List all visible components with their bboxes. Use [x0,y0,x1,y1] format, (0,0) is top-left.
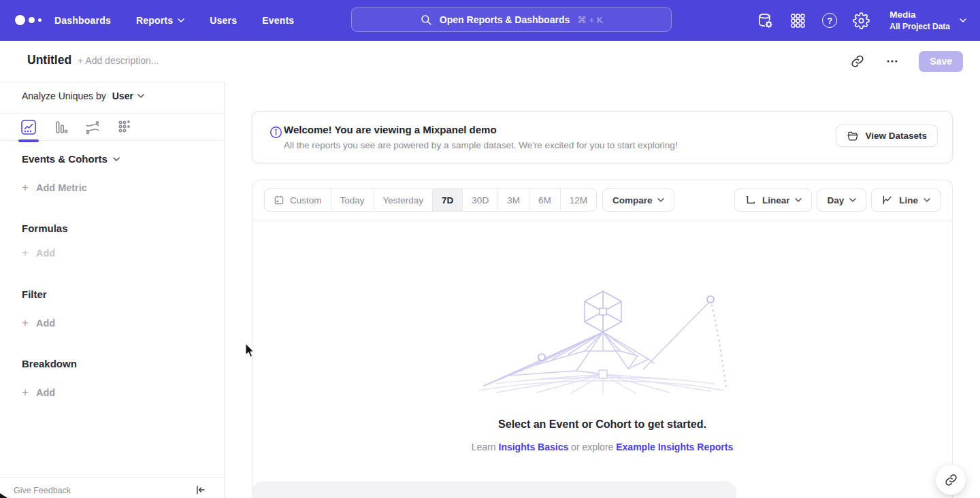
banner-title: Welcome! You are viewing a Mixpanel demo [284,124,497,135]
tab-metric-grid[interactable] [116,119,133,135]
chevron-down-icon [924,198,930,202]
save-button[interactable]: Save [919,51,963,72]
add-metric-label: Add Metric [36,182,87,193]
project-name: Media [889,9,950,21]
add-filter-button[interactable]: + Add [22,317,55,329]
empty-state-links: Learn Insights Basics or explore Example… [252,442,952,452]
learn-prefix: Learn [472,442,496,452]
line-chart-icon [881,194,894,206]
sidebar-footer-divider [0,477,225,478]
nav-reports-label: Reports [136,15,173,26]
range-custom[interactable]: Custom [265,189,331,211]
compare-label: Compare [612,195,653,205]
apps-grid-icon[interactable] [789,12,806,29]
chart-toolbar: Custom Today Yesterday 7D 30D 3M 6M 12M … [252,180,952,220]
analyze-value-dropdown[interactable]: User [112,90,144,101]
axis-scale-dropdown[interactable]: Linear [734,188,813,212]
or-explore-text: or explore [571,442,613,452]
banner-subtitle: All the reports you see are powered by a… [284,140,678,150]
nav-users[interactable]: Users [210,15,237,26]
range-today[interactable]: Today [331,189,374,211]
events-cohorts-label: Events & Cohorts [22,153,108,165]
chart-display-controls: Linear Day Line [734,188,941,212]
tab-flow-chart[interactable] [84,119,101,135]
add-metric-button[interactable]: + Add Metric [22,182,87,193]
range-yesterday[interactable]: Yesterday [374,189,434,211]
view-datasets-button[interactable]: View Datasets [836,124,938,147]
example-reports-link[interactable]: Example Insights Reports [616,442,733,452]
report-actions: Save [849,41,963,82]
axis-scale-label: Linear [762,195,790,205]
collapse-sidebar-icon[interactable] [194,484,206,496]
add-formula-label: Add [36,248,55,259]
range-7d[interactable]: 7D [433,189,463,211]
interval-label: Day [827,195,844,205]
give-feedback-link[interactable]: Give Feedback [14,486,71,495]
range-12m[interactable]: 12M [561,189,596,211]
chevron-down-icon [795,198,802,202]
range-custom-label: Custom [290,195,322,205]
report-description-input[interactable]: + Add description... [78,55,159,66]
nav-dashboards[interactable]: Dashboards [54,15,111,26]
breakdown-header: Breakdown [22,358,77,369]
chevron-down-icon [960,18,966,22]
analyze-label: Analyze Uniques by [22,90,106,101]
chevron-down-icon [849,198,856,202]
chevron-down-icon [657,198,664,202]
plus-icon: + [22,247,29,259]
insights-basics-link[interactable]: Insights Basics [499,442,569,452]
collapsed-table-panel[interactable] [252,481,736,498]
mixpanel-insights-page: Dashboards Reports Users Events Open Rep… [0,0,980,498]
copy-link-icon[interactable] [849,53,866,69]
range-3m[interactable]: 3M [498,189,529,211]
project-switcher[interactable]: Media All Project Data [889,9,966,32]
search-icon [420,14,432,26]
chart-type-label: Line [899,195,918,205]
data-management-icon[interactable] [757,12,774,29]
breakdown-label: Breakdown [22,358,77,369]
add-filter-label: Add [36,318,55,329]
analyze-value: User [112,90,133,101]
tab-insights-line-chart[interactable] [20,119,37,135]
interval-dropdown[interactable]: Day [817,188,866,212]
add-formula-button[interactable]: + Add [22,247,55,259]
empty-state-illustration [476,288,734,394]
report-title[interactable]: Untitled [27,53,71,67]
query-builder-sidebar: Analyze Uniques by User [0,82,225,498]
nav-events[interactable]: Events [262,15,294,26]
settings-gear-icon[interactable] [853,12,870,29]
help-icon[interactable]: ? [822,13,837,28]
formulas-label: Formulas [22,222,68,234]
navbar-right: ? Media All Project Data [757,0,966,41]
plus-icon: + [22,317,29,329]
range-30d[interactable]: 30D [463,189,498,211]
chevron-down-icon [178,18,184,22]
visualization-tabs [0,113,225,141]
filter-label: Filter [22,288,47,300]
plus-icon: + [22,182,29,193]
view-datasets-label: View Datasets [865,131,927,141]
chevron-down-icon [137,94,144,98]
project-dataset: All Project Data [889,21,950,32]
date-range-segmented-control: Custom Today Yesterday 7D 30D 3M 6M 12M [264,188,597,212]
nav-reports[interactable]: Reports [136,15,184,26]
top-navbar: Dashboards Reports Users Events Open Rep… [0,0,980,41]
tab-bar-chart[interactable] [52,119,69,135]
analyze-uniques-row: Analyze Uniques by User [22,90,144,101]
primary-nav: Dashboards Reports Users Events [54,0,294,41]
compare-dropdown[interactable]: Compare [602,188,675,212]
range-6m[interactable]: 6M [529,189,561,211]
events-cohorts-header[interactable]: Events & Cohorts [22,153,120,165]
add-breakdown-button[interactable]: + Add [22,386,55,398]
global-search-input[interactable]: Open Reports & Dashboards ⌘ + K [351,7,672,32]
filter-header: Filter [22,288,47,300]
link-icon [945,474,958,486]
formulas-header: Formulas [22,222,68,234]
share-link-floating-button[interactable] [935,464,966,495]
chart-type-dropdown[interactable]: Line [871,188,941,212]
more-options-icon[interactable] [884,53,900,69]
mixpanel-logo-icon[interactable] [15,15,42,25]
add-breakdown-label: Add [36,387,55,398]
linear-axis-icon [745,194,757,206]
corner-cursor-artifact [0,493,7,498]
